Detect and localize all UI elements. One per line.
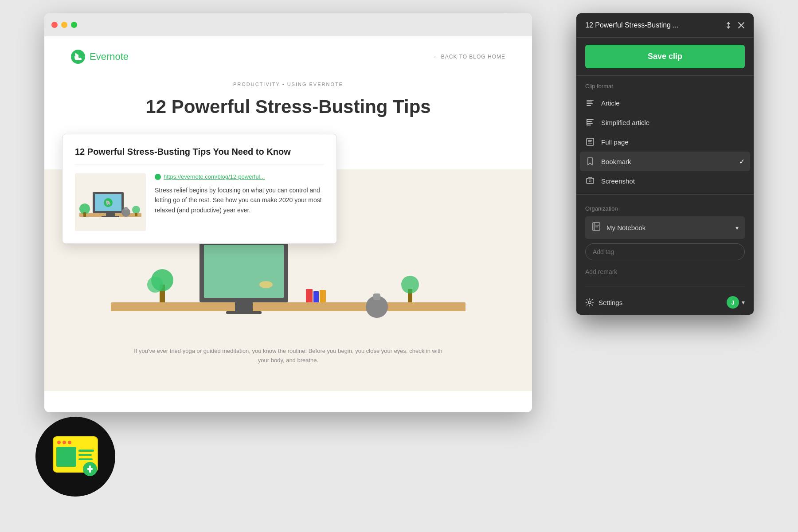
logo-text: Evernote xyxy=(90,51,129,63)
svg-point-34 xyxy=(57,441,61,444)
preview-card-text-area: https://evernote.com/blog/12-powerful...… xyxy=(155,173,324,231)
close-icon xyxy=(738,22,745,29)
svg-rect-55 xyxy=(588,141,591,142)
svg-rect-45 xyxy=(587,102,592,102)
format-item-screenshot[interactable]: Screenshot xyxy=(580,171,750,191)
clip-format-label: Clip format xyxy=(576,83,754,90)
svg-rect-5 xyxy=(235,302,253,311)
svg-point-28 xyxy=(132,206,140,214)
svg-point-35 xyxy=(63,441,66,444)
svg-rect-25 xyxy=(102,216,119,217)
svg-rect-6 xyxy=(226,311,262,314)
back-link[interactable]: ← BACK TO BLOG HOME xyxy=(433,54,505,60)
svg-rect-27 xyxy=(83,212,86,217)
user-avatar[interactable]: J ▾ xyxy=(727,296,745,309)
traffic-light-green[interactable] xyxy=(71,22,77,28)
preview-card-title: 12 Powerful Stress-Busting Tips You Need… xyxy=(75,147,324,157)
svg-rect-4 xyxy=(204,245,284,298)
evernote-page: Evernote ← BACK TO BLOG HOME PRODUCTIVIT… xyxy=(44,36,532,145)
svg-rect-14 xyxy=(373,293,380,300)
clipper-icon-container[interactable] xyxy=(35,417,115,497)
simplified-icon xyxy=(585,117,595,127)
user-chevron-icon: ▾ xyxy=(742,299,745,306)
sort-button[interactable] xyxy=(724,21,732,29)
check-icon: ✓ xyxy=(739,157,745,166)
preview-card-body: 🐘 xyxy=(75,173,324,231)
svg-text:🐘: 🐘 xyxy=(106,200,111,206)
format-item-fullpage[interactable]: Full page xyxy=(580,132,750,152)
svg-rect-47 xyxy=(587,105,591,106)
preview-url-text[interactable]: https://evernote.com/blog/12-powerful... xyxy=(164,173,265,180)
page-header: Evernote ← BACK TO BLOG HOME xyxy=(71,50,505,64)
traffic-light-yellow[interactable] xyxy=(61,22,67,28)
format-item-simplified[interactable]: Simplified article xyxy=(580,113,750,132)
panel-header: 12 Powerful Stress-Busting ... xyxy=(576,13,754,38)
preview-card-url: https://evernote.com/blog/12-powerful... xyxy=(155,173,324,180)
blog-title: 12 Powerful Stress-Busting Tips xyxy=(71,96,505,118)
svg-rect-48 xyxy=(587,119,594,120)
format-item-article[interactable]: Article xyxy=(580,93,750,113)
svg-rect-29 xyxy=(135,213,137,216)
org-label: Organization xyxy=(585,205,745,212)
blog-category: PRODUCTIVITY • USING EVERNOTE xyxy=(71,82,505,87)
org-section: Organization My Notebook ▾ xyxy=(576,202,754,282)
svg-point-36 xyxy=(68,441,71,444)
fullpage-label: Full page xyxy=(601,138,629,146)
svg-rect-57 xyxy=(587,178,594,184)
notebook-select[interactable]: My Notebook ▾ xyxy=(585,216,745,239)
panel-divider-3 xyxy=(585,286,745,286)
article-icon xyxy=(585,98,595,108)
preview-card-divider xyxy=(75,164,324,164)
svg-point-9 xyxy=(147,277,163,293)
svg-rect-2 xyxy=(111,302,466,311)
svg-rect-56 xyxy=(588,143,592,144)
close-button[interactable] xyxy=(738,22,745,29)
notebook-chevron-icon: ▾ xyxy=(735,224,739,231)
panel-header-icons xyxy=(724,21,745,29)
svg-rect-40 xyxy=(78,458,93,460)
svg-rect-54 xyxy=(588,140,592,141)
svg-rect-38 xyxy=(78,450,94,452)
svg-rect-37 xyxy=(56,447,76,467)
preview-card-description: Stress relief begins by focusing on what… xyxy=(155,185,324,215)
remark-input[interactable] xyxy=(585,265,745,279)
traffic-light-red[interactable] xyxy=(51,22,58,28)
blog-body-text: If you've ever tried yoga or guided medi… xyxy=(44,347,532,365)
svg-point-58 xyxy=(589,180,591,182)
clipper-icon xyxy=(51,434,100,479)
evernote-logo-icon xyxy=(71,50,85,64)
browser-content: Evernote ← BACK TO BLOG HOME PRODUCTIVIT… xyxy=(44,36,532,412)
svg-rect-43 xyxy=(89,466,91,473)
clip-panel: 12 Powerful Stress-Busting ... Save clip… xyxy=(576,13,754,315)
svg-point-15 xyxy=(259,281,273,288)
svg-rect-44 xyxy=(587,100,594,101)
browser-titlebar xyxy=(44,13,532,36)
svg-point-32 xyxy=(155,174,161,180)
settings-button[interactable]: Settings xyxy=(585,298,622,307)
settings-label: Settings xyxy=(598,299,622,306)
svg-rect-50 xyxy=(587,123,593,124)
format-item-bookmark[interactable]: Bookmark ✓ xyxy=(580,152,750,171)
panel-title: 12 Powerful Stress-Busting ... xyxy=(585,21,719,29)
svg-rect-39 xyxy=(78,454,92,456)
url-logo-icon xyxy=(155,174,161,180)
panel-divider-1 xyxy=(576,75,754,76)
sort-icon xyxy=(724,21,732,29)
panel-divider-2 xyxy=(576,194,754,195)
preview-card-image: 🐘 xyxy=(75,173,146,231)
svg-rect-24 xyxy=(106,213,115,216)
svg-rect-12 xyxy=(320,290,326,302)
svg-rect-52 xyxy=(587,119,587,125)
notebook-icon xyxy=(591,222,601,234)
notebook-name: My Notebook xyxy=(606,224,730,231)
tag-input[interactable] xyxy=(585,243,745,260)
bookmark-label: Bookmark xyxy=(601,158,631,165)
svg-rect-60 xyxy=(593,223,595,231)
screenshot-icon xyxy=(585,176,595,186)
preview-thumbnail: 🐘 xyxy=(75,173,146,231)
save-clip-button[interactable]: Save clip xyxy=(585,45,745,68)
svg-point-63 xyxy=(588,301,591,304)
screenshot-label: Screenshot xyxy=(601,177,635,185)
panel-footer: Settings J ▾ xyxy=(576,290,754,315)
fullpage-icon xyxy=(585,137,595,147)
